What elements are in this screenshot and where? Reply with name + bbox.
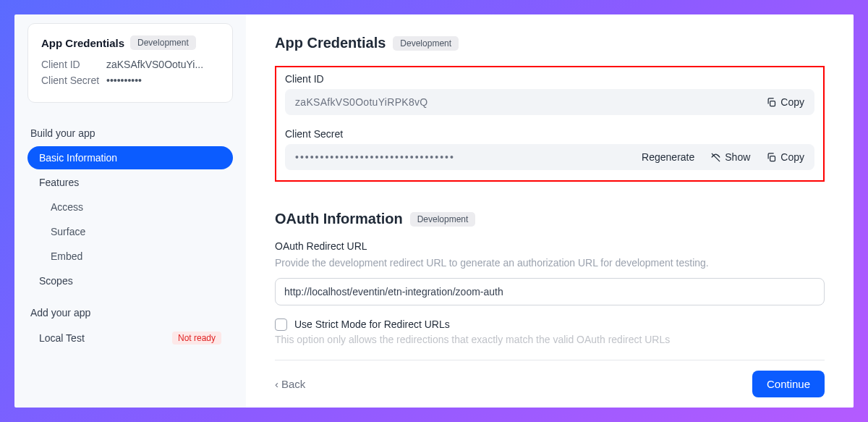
nav-label: Local Test (39, 332, 85, 344)
nav-label: Embed (51, 250, 82, 262)
client-secret-row: Client Secret •••••••••• (41, 75, 219, 86)
copy-label: Copy (780, 151, 804, 163)
card-header: App Credentials Development (41, 35, 219, 50)
client-id-field-label: Client ID (285, 73, 814, 85)
copy-client-secret-button[interactable]: Copy (766, 151, 804, 163)
redirect-url-label: OAuth Redirect URL (275, 240, 825, 252)
client-secret-value: •••••••••• (106, 75, 142, 86)
nav-surface[interactable]: Surface (27, 220, 233, 243)
oauth-env-badge: Development (410, 212, 476, 227)
add-nav-list: Local Test Not ready (27, 326, 233, 352)
client-secret-field: •••••••••••••••••••••••••••••••• Regener… (285, 144, 814, 170)
nav-embed[interactable]: Embed (27, 245, 233, 268)
env-badge: Development (130, 35, 196, 50)
build-nav-list: Basic Information Features Access Surfac… (27, 146, 233, 294)
nav-local-test[interactable]: Local Test Not ready (27, 326, 233, 350)
add-section-title: Add your app (30, 307, 233, 318)
build-section-title: Build your app (30, 127, 233, 139)
nav-label: Surface (51, 226, 85, 237)
regenerate-button[interactable]: Regenerate (642, 151, 694, 163)
strict-mode-label: Use Strict Mode for Redirect URLs (294, 318, 450, 330)
credentials-section-header: App Credentials Development (275, 35, 825, 51)
credentials-summary-card: App Credentials Development Client ID za… (27, 23, 233, 103)
nav-basic-information[interactable]: Basic Information (27, 146, 233, 169)
regenerate-label: Regenerate (642, 151, 694, 163)
oauth-section-header: OAuth Information Development (275, 211, 825, 227)
main-content: App Credentials Development Client ID za… (246, 14, 854, 408)
copy-label: Copy (780, 96, 804, 108)
nav-access[interactable]: Access (27, 195, 233, 219)
nav-label: Access (51, 201, 83, 213)
not-ready-badge: Not ready (172, 332, 221, 345)
nav-label: Scopes (39, 275, 73, 287)
client-id-value: zaKSAfkVS0OotuYi... (106, 59, 203, 70)
client-secret-label: Client Secret (41, 75, 106, 86)
strict-mode-help: This option only allows the redirections… (275, 334, 825, 345)
nav-label: Basic Information (39, 152, 117, 164)
eye-closed-icon (710, 152, 721, 163)
back-label: Back (281, 378, 305, 390)
svg-rect-1 (770, 156, 775, 161)
nav-features[interactable]: Features (27, 171, 233, 194)
strict-mode-row: Use Strict Mode for Redirect URLs (275, 318, 825, 331)
nav-scopes[interactable]: Scopes (27, 269, 233, 292)
svg-rect-0 (770, 101, 775, 106)
copy-icon (766, 97, 777, 108)
app-container: App Credentials Development Client ID za… (14, 14, 854, 408)
client-id-field: zaKSAfkVS0OotuYiRPK8vQ Copy (285, 89, 814, 115)
strict-mode-checkbox[interactable] (275, 318, 287, 331)
credentials-title: App Credentials (275, 35, 386, 51)
continue-label: Continue (767, 378, 810, 390)
client-id-label: Client ID (41, 59, 106, 70)
nav-label: Features (39, 177, 79, 188)
copy-icon (766, 152, 777, 163)
client-secret-field-label: Client Secret (285, 128, 814, 140)
show-secret-button[interactable]: Show (710, 151, 750, 163)
footer-bar: ‹ Back Continue (275, 360, 825, 408)
copy-client-id-button[interactable]: Copy (766, 96, 804, 108)
client-id-row: Client ID zaKSAfkVS0OotuYi... (41, 59, 219, 70)
client-id-actions: Copy (766, 96, 804, 108)
redirect-url-help: Provide the development redirect URL to … (275, 256, 825, 271)
client-secret-actions: Regenerate Show Copy (642, 151, 804, 163)
redirect-url-input[interactable] (275, 278, 825, 305)
oauth-title: OAuth Information (275, 211, 403, 227)
continue-button[interactable]: Continue (752, 371, 825, 397)
credentials-env-badge: Development (393, 36, 459, 51)
show-label: Show (725, 151, 750, 163)
back-button[interactable]: ‹ Back (275, 378, 305, 390)
chevron-left-icon: ‹ (275, 378, 278, 390)
client-secret-field-value: •••••••••••••••••••••••••••••••• (295, 151, 455, 163)
sidebar: App Credentials Development Client ID za… (14, 14, 246, 408)
oauth-section: OAuth Information Development OAuth Redi… (275, 211, 825, 345)
client-id-field-value: zaKSAfkVS0OotuYiRPK8vQ (295, 96, 428, 108)
credentials-highlight-box: Client ID zaKSAfkVS0OotuYiRPK8vQ Copy Cl… (275, 66, 825, 182)
card-title: App Credentials (41, 37, 124, 49)
